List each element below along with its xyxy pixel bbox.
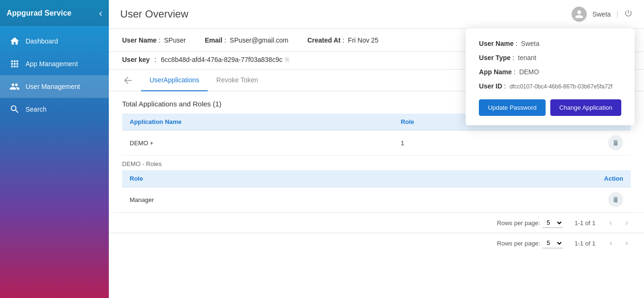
app-name: Appgurad Service [7,9,71,18]
popup-userid-row: User ID : dfcc0107-0bc4-46b6-867b-03b67e… [479,82,621,90]
popup-appname-row: App Name : DEMO [479,68,621,76]
popup-usertype-value: tenant [518,54,537,61]
popup-actions: Update Password Change Application [479,99,621,116]
sidebar-item-search[interactable]: Search [0,98,109,121]
sidebar-item-dashboard[interactable]: Dashboard [0,30,109,53]
popup-username-row: User Name : Sweta [479,40,621,47]
sidebar-item-label-user-management: User Management [26,83,80,90]
sidebar: Appgurad Service ‹ Dashboard App Managem… [0,0,109,298]
popup-username-label: User Name [479,40,513,47]
sidebar-item-user-management[interactable]: User Management [0,75,109,98]
home-icon [9,36,20,46]
change-application-button[interactable]: Change Application [550,99,621,116]
app-icon [9,59,20,69]
update-password-button[interactable]: Update Password [479,99,546,116]
sidebar-item-label-dashboard: Dashboard [26,37,58,45]
popup-userid-value: dfcc0107-0bc4-46b6-867b-03b67e5fa72f [510,83,613,90]
sidebar-toggle-button[interactable]: ‹ [99,8,102,18]
users-icon [9,81,20,92]
sidebar-item-app-management[interactable]: App Management [0,53,109,75]
popup-overlay: User Name : Sweta User Type : tenant App… [109,0,644,298]
sidebar-nav: Dashboard App Management User Management… [0,26,109,121]
popup-appname-label: App Name [479,68,512,76]
popup-username-value: Sweta [521,40,539,47]
sidebar-item-label-app-management: App Management [26,60,78,68]
search-icon [9,104,20,114]
popup-usertype-label: User Type [479,54,511,61]
popup-usertype-row: User Type : tenant [479,54,621,61]
user-popup: User Name : Sweta User Type : tenant App… [466,28,635,125]
main-content: User Overview Sweta | User Name : SPuser… [109,0,644,298]
popup-userid-label: User ID [479,82,502,90]
popup-appname-value: DEMO [519,68,539,76]
sidebar-item-label-search: Search [26,105,46,113]
sidebar-header: Appgurad Service ‹ [0,0,109,26]
